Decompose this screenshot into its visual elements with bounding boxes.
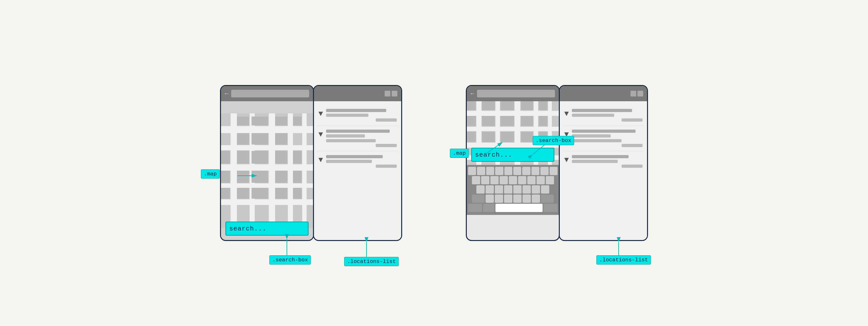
- key[interactable]: [513, 195, 522, 203]
- key[interactable]: [518, 176, 526, 184]
- key-shift[interactable]: [472, 195, 485, 203]
- svg-rect-56: [500, 116, 514, 126]
- list-bar-short: [572, 113, 614, 117]
- key[interactable]: [509, 176, 517, 184]
- key[interactable]: [495, 167, 503, 175]
- svg-rect-52: [521, 101, 533, 110]
- topbar-square-4: [638, 91, 643, 96]
- list-item-content: [572, 109, 643, 122]
- topbar-pill-right: [477, 90, 555, 97]
- phone-topbar-right: ←: [467, 86, 559, 101]
- search-box-annotation-right: .search-box: [533, 136, 574, 145]
- map-annotation-right: .map: [450, 149, 469, 158]
- key[interactable]: [546, 176, 554, 184]
- search-box-right[interactable]: search...: [471, 148, 554, 162]
- svg-rect-57: [521, 116, 533, 126]
- pin-icon: ▼: [318, 156, 323, 164]
- svg-rect-21: [275, 171, 287, 183]
- locations-list-left: ▼ ▼: [314, 101, 401, 240]
- list-item: ▼: [317, 151, 398, 172]
- key[interactable]: [504, 185, 512, 194]
- pin-icon: ▼: [318, 130, 323, 139]
- key[interactable]: [486, 185, 494, 194]
- key[interactable]: [486, 167, 494, 175]
- key[interactable]: [481, 176, 489, 184]
- panel-topbar-right: [560, 86, 647, 101]
- key-space[interactable]: [495, 204, 542, 212]
- list-item: ▼: [317, 126, 398, 151]
- search-box-left[interactable]: search...: [225, 222, 309, 236]
- locations-list-annotation-right: .locations-list: [596, 255, 651, 265]
- key[interactable]: [500, 176, 508, 184]
- svg-rect-24: [252, 188, 268, 199]
- phone-frame-right: ←: [466, 85, 560, 241]
- keyboard-area: [467, 165, 559, 215]
- map-area-left: search...: [221, 101, 313, 240]
- key[interactable]: [495, 185, 503, 194]
- svg-rect-16: [275, 151, 287, 164]
- keyboard-row-2: [468, 176, 558, 184]
- key[interactable]: [468, 167, 476, 175]
- svg-rect-59: [467, 132, 476, 142]
- main-container: ←: [220, 85, 648, 241]
- map-area-right: search...: [467, 101, 559, 165]
- panel-topbar-left: [314, 86, 401, 101]
- map-svg-left: [221, 101, 313, 240]
- svg-rect-31: [275, 117, 287, 125]
- svg-rect-55: [482, 116, 495, 126]
- list-item: ▼: [563, 105, 644, 126]
- list-item: ▼: [563, 126, 644, 151]
- list-item-content: [326, 130, 397, 147]
- key[interactable]: [477, 167, 485, 175]
- key[interactable]: [513, 185, 522, 194]
- key[interactable]: [486, 195, 494, 203]
- key-return[interactable]: [544, 204, 558, 212]
- list-item-content: [572, 130, 643, 147]
- svg-rect-22: [293, 171, 302, 183]
- search-box-annotation-left: .search-box: [269, 255, 311, 265]
- key[interactable]: [490, 176, 499, 184]
- key[interactable]: [504, 167, 512, 175]
- svg-rect-60: [482, 132, 495, 142]
- list-bar-short: [326, 113, 368, 117]
- key[interactable]: [495, 195, 503, 203]
- panel-frame-right: ▼ ▼: [559, 85, 648, 241]
- list-item: ▼: [317, 105, 398, 126]
- key[interactable]: [532, 185, 540, 194]
- svg-rect-13: [275, 133, 287, 144]
- key[interactable]: [476, 185, 485, 194]
- key[interactable]: [536, 176, 545, 184]
- key[interactable]: [527, 176, 535, 184]
- svg-rect-18: [221, 151, 230, 164]
- key-backspace[interactable]: [541, 195, 554, 203]
- diagram-right: ←: [466, 85, 648, 241]
- key[interactable]: [550, 167, 558, 175]
- svg-rect-54: [467, 116, 476, 126]
- key[interactable]: [532, 195, 540, 203]
- svg-rect-51: [500, 101, 514, 110]
- pin-icon: ▼: [564, 109, 569, 118]
- keyboard-row-4: [468, 195, 558, 203]
- key[interactable]: [472, 176, 480, 184]
- list-bar: [572, 109, 632, 112]
- key[interactable]: [541, 185, 549, 194]
- key-num[interactable]: [468, 204, 482, 212]
- diagram-left: ←: [220, 85, 402, 241]
- svg-rect-26: [293, 188, 302, 199]
- svg-rect-53: [539, 101, 547, 110]
- svg-rect-30: [252, 117, 268, 125]
- key[interactable]: [504, 195, 512, 203]
- list-item-content: [326, 155, 397, 168]
- key[interactable]: [540, 167, 548, 175]
- key[interactable]: [513, 167, 521, 175]
- search-text-left: search...: [229, 225, 267, 232]
- key-emoji[interactable]: [483, 204, 495, 212]
- list-bar-tag: [376, 119, 397, 122]
- key[interactable]: [522, 167, 530, 175]
- key[interactable]: [531, 167, 539, 175]
- svg-rect-28: [221, 188, 230, 199]
- key[interactable]: [523, 185, 531, 194]
- list-bar: [326, 130, 390, 133]
- key[interactable]: [523, 195, 531, 203]
- svg-rect-29: [237, 117, 249, 125]
